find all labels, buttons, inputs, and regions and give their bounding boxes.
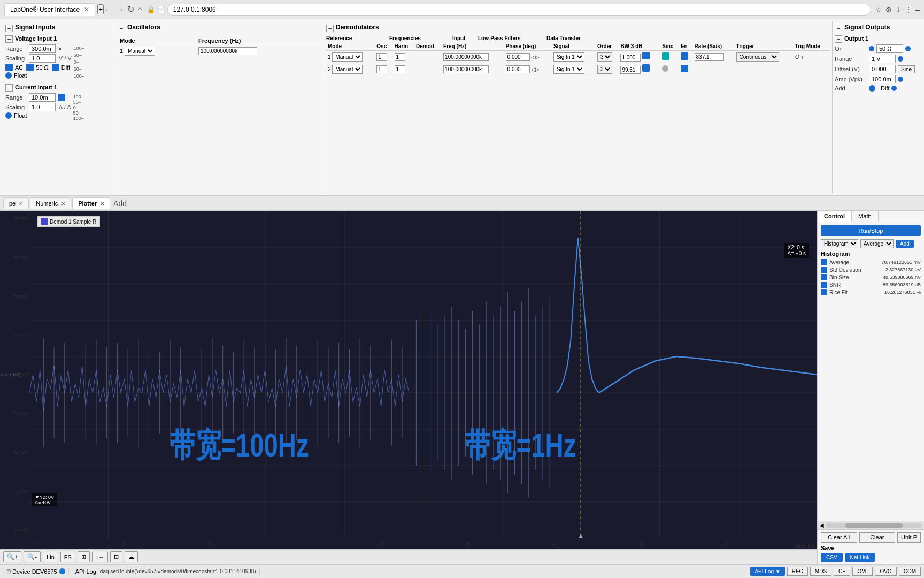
tab-numeric[interactable]: Numeric ✕ <box>30 197 71 209</box>
demod-collapse[interactable]: – <box>326 25 334 32</box>
com-button[interactable]: COM <box>899 567 921 576</box>
osc-mode-select-1[interactable]: Manual <box>125 47 155 56</box>
demod-sinc-btn-2[interactable] <box>662 65 668 72</box>
demod-phase-input-1[interactable] <box>506 53 530 61</box>
add-toggle[interactable] <box>869 85 875 92</box>
sine-button[interactable]: Sine <box>898 65 915 73</box>
demod-phase-arrow-2[interactable]: ◁▷ <box>531 66 540 72</box>
ovl-button[interactable]: OVL <box>852 567 873 576</box>
current-scaling-value[interactable]: 1.0 <box>29 103 56 111</box>
browser-tab-close[interactable]: ✕ <box>84 6 89 13</box>
demod-phase-arrow-1[interactable]: ◁▷ <box>531 54 540 60</box>
zoom-in-button[interactable]: 🔍+ <box>3 551 21 562</box>
demod-bw-input-1[interactable] <box>620 54 641 62</box>
voltage-scaling-value[interactable]: 1.0 <box>29 54 56 63</box>
rec-button[interactable]: REC <box>787 567 808 576</box>
csv-button[interactable]: CSV <box>821 553 843 562</box>
tab-plotter-close[interactable]: ✕ <box>100 201 104 207</box>
forward-button[interactable]: → <box>116 5 124 14</box>
scroll-thumb[interactable] <box>845 523 903 528</box>
clear-all-button[interactable]: Clear All <box>821 532 857 543</box>
diff-indicator[interactable] <box>891 86 897 91</box>
linear-button[interactable]: Lin <box>43 552 58 562</box>
demod-bw-btn-2[interactable] <box>642 64 650 72</box>
current-range-checkbox[interactable] <box>58 94 65 101</box>
plot-svg[interactable]: 带宽=100Hz 带宽=1Hz <box>29 211 817 538</box>
tool5-button[interactable]: ⊞ <box>78 551 90 562</box>
demod-mode-select-2[interactable]: Manual <box>332 65 363 74</box>
demod-harm-input-2[interactable] <box>395 65 405 73</box>
tab-pe[interactable]: pe ✕ <box>3 197 29 209</box>
osc-freq-1[interactable] <box>196 45 321 57</box>
demod-phase-input-2[interactable] <box>506 65 530 73</box>
tool7-button[interactable]: ⊡ <box>110 551 122 562</box>
new-tab-button[interactable]: + <box>97 4 104 14</box>
zoom-out-button[interactable]: 🔍- <box>24 551 41 562</box>
bookmark-button[interactable]: ⊕ <box>886 5 892 14</box>
download-button[interactable]: ⤓ <box>895 5 902 14</box>
range-indicator[interactable] <box>898 56 903 62</box>
refresh-button[interactable]: ↻ <box>127 4 134 14</box>
add-tab-button[interactable]: Add <box>113 199 127 208</box>
ohm-checkbox[interactable] <box>26 64 34 71</box>
voltage-input-collapse[interactable]: – <box>5 35 13 43</box>
unit-p-button[interactable]: Unit P <box>897 532 921 543</box>
on-indicator[interactable] <box>869 46 874 51</box>
demod-harm-input-1[interactable] <box>395 53 405 61</box>
demod-en-btn-2[interactable] <box>681 65 688 72</box>
demod-bw-btn-1[interactable] <box>642 52 650 59</box>
demod-freq-input-1[interactable] <box>443 53 489 61</box>
demod-osc-input-2[interactable] <box>376 65 387 73</box>
demod-order-select-2[interactable]: 3 <box>597 65 612 74</box>
voltage-range-close[interactable]: ✕ <box>58 46 62 52</box>
current-input-collapse[interactable]: – <box>5 84 13 92</box>
browser-tab[interactable]: LabOne® User Interface ✕ <box>4 3 95 16</box>
home-button[interactable]: ⌂ <box>137 5 143 14</box>
tool8-button[interactable]: ☁ <box>125 551 138 562</box>
demod-en-btn-1[interactable] <box>681 52 688 60</box>
output1-collapse[interactable]: – <box>835 35 842 43</box>
tab-math[interactable]: Math <box>852 211 878 222</box>
demod-osc-input-1[interactable] <box>376 53 387 61</box>
tab-pe-close[interactable]: ✕ <box>19 201 23 207</box>
osc-freq-input-1[interactable] <box>198 47 257 55</box>
oscillators-collapse[interactable]: – <box>118 25 125 32</box>
api-log-button[interactable]: API Log ▼ <box>750 567 784 576</box>
net-link-button[interactable]: Net Link <box>845 553 875 562</box>
histogram-avg-select[interactable]: Average <box>860 239 894 248</box>
histogram-select[interactable]: Histogram <box>821 239 858 248</box>
demod-signal-select-2[interactable]: Sig In 1 <box>553 65 584 74</box>
tab-numeric-close[interactable]: ✕ <box>61 201 65 207</box>
range-value[interactable]: 1 V <box>869 55 896 63</box>
demod-trigger-select-1[interactable]: Continuous <box>736 52 779 62</box>
diff-checkbox[interactable] <box>52 64 59 71</box>
demod-sinc-btn-1[interactable] <box>662 52 669 60</box>
demod-signal-select-1[interactable]: Sig In 1 <box>553 52 584 62</box>
ovo-button[interactable]: OVO <box>875 567 896 576</box>
star-button[interactable]: ☆ <box>875 5 882 14</box>
scroll-left-arrow[interactable]: ◀ <box>820 522 824 528</box>
histogram-add-button[interactable]: Add <box>896 240 914 248</box>
address-bar[interactable] <box>167 4 871 16</box>
ohm-indicator[interactable] <box>905 46 911 51</box>
tab-plotter[interactable]: Plotter ✕ <box>72 197 110 209</box>
back-button[interactable]: ← <box>104 5 112 14</box>
clear-button[interactable]: Clear <box>859 532 896 543</box>
mds-button[interactable]: MDS <box>810 567 831 576</box>
current-float-toggle[interactable] <box>5 112 12 119</box>
amp-indicator[interactable] <box>898 77 903 82</box>
offset-value[interactable]: 0.000 <box>869 65 896 73</box>
tool6-button[interactable]: ↕↔ <box>92 552 109 562</box>
menu-button[interactable]: ⋮ <box>905 5 912 14</box>
amp-value[interactable]: 100.0m <box>869 75 896 83</box>
ac-checkbox[interactable] <box>5 64 13 71</box>
voltage-range-value[interactable]: 300.0m <box>29 44 56 53</box>
run-stop-button[interactable]: Run/Stop <box>821 225 921 236</box>
demod-rate-input-1[interactable] <box>695 53 724 61</box>
scroll-track[interactable] <box>826 523 922 528</box>
demod-mode-select-1[interactable]: Manual <box>332 52 363 62</box>
signal-outputs-collapse[interactable]: – <box>835 25 842 32</box>
signal-inputs-collapse[interactable]: – <box>5 25 13 32</box>
demod-order-select-1[interactable]: 3 <box>597 52 612 62</box>
cf-button[interactable]: CF <box>834 567 850 576</box>
